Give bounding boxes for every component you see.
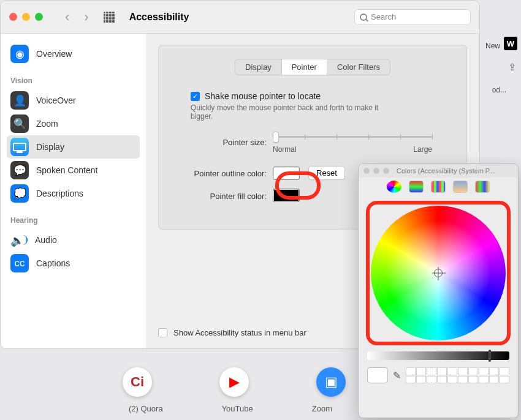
quora-shortcut[interactable]: Ci xyxy=(123,367,152,397)
pointer-size-label: Pointer size: xyxy=(175,137,267,147)
colors-zoom-icon[interactable] xyxy=(383,168,389,174)
quora-label: (2) Quora xyxy=(129,404,163,413)
current-color-swatch[interactable] xyxy=(367,367,388,383)
youtube-label: YouTube xyxy=(222,404,253,413)
zoom-window-icon[interactable] xyxy=(35,13,43,21)
sidebar-item-captions[interactable]: cc Captions xyxy=(7,252,140,275)
colors-title: Colors (Accessibility (System P... xyxy=(397,167,495,174)
sidebar-item-label: Display xyxy=(36,142,64,152)
segmented-control: Display Pointer Color Filters xyxy=(175,59,451,75)
color-tab-pencils-icon[interactable] xyxy=(475,181,490,193)
search-icon xyxy=(360,13,367,21)
nav-buttons: ‹ › xyxy=(65,9,89,25)
truncated-text: od... xyxy=(492,86,506,94)
zoom-shortcut[interactable]: ▣ xyxy=(316,367,346,397)
slider-thumb[interactable] xyxy=(273,132,279,143)
color-tab-wheel-icon[interactable] xyxy=(387,181,401,193)
sidebar: ◉ Overview Vision 👤 VoiceOver 🔍 Zoom Dis… xyxy=(1,34,146,348)
color-tab-sliders-icon[interactable] xyxy=(409,181,424,193)
colors-minimize-icon[interactable] xyxy=(373,168,379,174)
display-icon xyxy=(10,138,29,156)
sidebar-item-voiceover[interactable]: 👤 VoiceOver xyxy=(7,89,140,112)
tab-pointer[interactable]: Pointer xyxy=(282,59,327,75)
shake-pointer-help: Quickly move the mouse pointer back and … xyxy=(191,103,387,121)
sidebar-item-label: Overview xyxy=(36,49,72,59)
overview-icon: ◉ xyxy=(10,45,29,63)
search-input[interactable]: Search xyxy=(354,9,471,25)
sidebar-item-spoken-content[interactable]: 💬 Spoken Content xyxy=(7,159,140,182)
tab-display[interactable]: Display xyxy=(235,59,282,75)
sidebar-section-hearing: Hearing xyxy=(10,216,140,225)
brightness-knob[interactable] xyxy=(489,350,491,362)
youtube-shortcut[interactable]: ▶ xyxy=(219,367,249,397)
tab-color-filters[interactable]: Color Filters xyxy=(327,59,390,75)
shake-pointer-row: ✓ Shake mouse pointer to locate Quickly … xyxy=(175,91,451,121)
descriptions-icon: 💭 xyxy=(10,184,29,203)
voiceover-icon: 👤 xyxy=(10,91,29,110)
pointer-size-row: Pointer size: NormalLarge xyxy=(175,129,451,154)
brightness-slider[interactable] xyxy=(367,351,509,360)
color-tab-image-icon[interactable] xyxy=(453,181,468,193)
spoken-content-icon: 💬 xyxy=(10,161,29,179)
pointer-outline-label: Pointer outline color: xyxy=(175,168,267,178)
shake-pointer-checkbox[interactable]: ✓ xyxy=(191,92,200,101)
window-controls[interactable] xyxy=(9,13,43,21)
close-icon[interactable] xyxy=(9,13,17,21)
menubar-status-checkbox[interactable] xyxy=(158,328,167,337)
browser-shortcut-row: Ci ▶ ▣ xyxy=(123,367,346,397)
color-wheel-crosshair-icon[interactable] xyxy=(434,269,443,277)
color-tab-palette-icon[interactable] xyxy=(431,181,446,193)
zoom-icon: 🔍 xyxy=(10,114,29,133)
sidebar-item-label: Audio xyxy=(35,235,57,245)
colors-window[interactable]: Colors (Accessibility (System P... ✎ xyxy=(358,163,519,418)
minimize-icon[interactable] xyxy=(22,13,30,21)
shortcut-labels: (2) Quora YouTube Zoom xyxy=(129,404,332,413)
colors-titlebar[interactable]: Colors (Accessibility (System P... xyxy=(359,164,518,178)
shake-pointer-label: Shake mouse pointer to locate xyxy=(205,91,321,101)
colors-tabs xyxy=(359,178,518,196)
sidebar-item-label: Descriptions xyxy=(36,189,83,198)
sidebar-item-descriptions[interactable]: 💭 Descriptions xyxy=(7,182,140,205)
browser-tab-new-label: New xyxy=(485,42,500,50)
nav-back-icon[interactable]: ‹ xyxy=(65,9,69,25)
sidebar-item-display[interactable]: Display xyxy=(7,135,140,159)
annotation-ring-outline-swatch xyxy=(275,171,321,200)
sidebar-item-overview[interactable]: ◉ Overview xyxy=(7,42,140,66)
captions-icon: cc xyxy=(10,254,29,272)
color-swatch-grid[interactable] xyxy=(406,367,509,383)
sidebar-item-label: Captions xyxy=(36,258,70,268)
search-placeholder: Search xyxy=(371,12,396,21)
share-icon: ⇪ xyxy=(508,61,516,73)
menubar-status-label: Show Accessibility status in menu bar xyxy=(173,328,306,337)
nav-forward-icon: › xyxy=(84,9,88,25)
annotation-ring-color-wheel xyxy=(366,201,511,345)
pointer-size-slider[interactable] xyxy=(273,130,432,143)
slider-end-labels: NormalLarge xyxy=(273,145,432,154)
eyedropper-icon[interactable]: ✎ xyxy=(393,370,401,381)
colors-close-icon[interactable] xyxy=(363,168,370,174)
wikipedia-favicon: W xyxy=(504,37,517,50)
sidebar-item-audio[interactable]: Audio xyxy=(7,228,140,252)
window-title: Accessibility xyxy=(129,12,354,23)
sidebar-item-label: Zoom xyxy=(36,119,58,129)
colors-bottom-row: ✎ xyxy=(359,360,518,383)
pointer-fill-label: Pointer fill color: xyxy=(175,190,267,201)
sidebar-section-vision: Vision xyxy=(10,77,140,85)
zoom-label: Zoom xyxy=(312,404,332,413)
footer-row: Show Accessibility status in menu bar xyxy=(158,328,306,337)
sidebar-item-label: Spoken Content xyxy=(36,165,97,175)
audio-icon xyxy=(10,234,28,246)
show-all-icon[interactable] xyxy=(104,12,115,23)
sidebar-item-label: VoiceOver xyxy=(36,96,76,105)
sidebar-item-zoom[interactable]: 🔍 Zoom xyxy=(7,112,140,135)
titlebar: ‹ › Accessibility Search xyxy=(1,1,479,34)
